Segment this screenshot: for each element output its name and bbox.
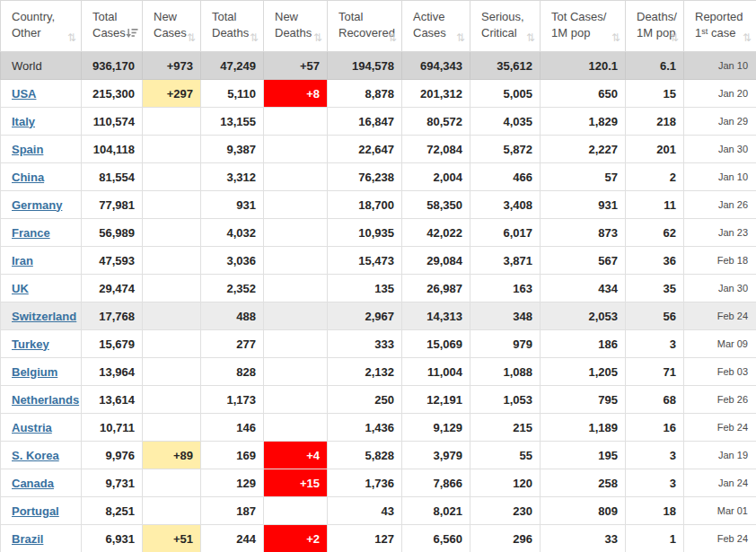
country-link[interactable]: Austria [12,421,52,434]
cell-country: France [1,219,82,247]
sort-icon: ⇅ [743,32,752,43]
cell-tot-cases-1m: 120.1 [541,52,626,80]
cell-total-cases: 936,170 [82,52,143,80]
cell-serious-critical: 296 [470,525,541,552]
cell-reported-first-case: Jan 10 [684,163,756,191]
cell-new-cases [143,247,201,275]
cell-total-deaths: 1,173 [201,386,264,414]
cell-new-cases [143,163,201,191]
cell-reported-first-case: Jan 24 [684,469,756,497]
table-row: UK 29,474 2,352 135 26,987 163 434 35 Ja… [1,275,756,302]
sort-icon: ⇅ [187,32,196,43]
cell-reported-first-case: Feb 18 [684,247,756,275]
cell-total-recovered: 76,238 [328,163,402,191]
cell-total-recovered: 15,473 [328,247,402,275]
cell-total-cases: 104,118 [82,136,143,163]
country-link[interactable]: UK [12,282,29,295]
cell-reported-first-case: Jan 30 [684,136,756,163]
cell-country: Turkey [1,330,82,358]
country-link[interactable]: Turkey [12,337,49,351]
cell-deaths-1m: 16 [626,414,684,442]
cell-total-deaths: 828 [201,358,264,386]
cell-active-cases: 14,313 [402,302,470,330]
cell-total-recovered: 2,967 [328,302,402,330]
cell-new-cases [143,330,201,358]
column-header-reported-first-case[interactable]: Reported 1ˢᵗ case ⇅ [684,1,756,52]
cell-tot-cases-1m: 258 [541,469,626,497]
country-link[interactable]: France [12,226,50,240]
country-link[interactable]: China [12,171,44,184]
country-link[interactable]: Spain [12,143,43,156]
cell-total-recovered: 194,578 [328,52,402,80]
cell-active-cases: 6,560 [402,525,470,552]
cell-total-deaths: 3,312 [201,163,264,191]
table-row: Portugal 8,251 187 43 8,021 230 809 18 M… [1,497,756,525]
country-link[interactable]: Portugal [12,504,59,518]
cell-active-cases: 201,312 [402,80,470,108]
country-link[interactable]: Switzerland [12,310,76,323]
country-link[interactable]: Germany [12,198,62,212]
cell-active-cases: 3,979 [402,442,470,469]
cell-deaths-1m: 68 [626,386,684,414]
cell-active-cases: 9,129 [402,414,470,442]
cell-total-cases: 9,731 [82,469,143,497]
column-header-total-recovered[interactable]: Total Recovered ⇅ [328,1,402,52]
cell-tot-cases-1m: 1,189 [541,414,626,442]
cell-total-cases: 56,989 [82,219,143,247]
column-header-new-cases[interactable]: New Cases ⇅ [143,1,201,52]
country-link[interactable]: Canada [12,477,54,490]
coronavirus-stats-page: Country, Other ⇅ Total Cases ⇅ New Cases [0,0,756,552]
cell-deaths-1m: 3 [626,469,684,497]
column-header-deaths-1m[interactable]: Deaths/ 1M pop ⇅ [626,1,684,52]
cell-deaths-1m: 36 [626,247,684,275]
cell-new-cases [143,219,201,247]
cell-deaths-1m: 56 [626,302,684,330]
cell-deaths-1m: 11 [626,191,684,219]
cell-new-deaths [264,136,328,163]
cell-reported-first-case: Feb 03 [684,358,756,386]
country-link[interactable]: S. Korea [12,449,59,462]
column-header-tot-cases-1m[interactable]: Tot Cases/ 1M pop ⇅ [541,1,626,52]
cell-total-deaths: 129 [201,469,264,497]
cell-total-deaths: 9,387 [201,136,264,163]
cell-active-cases: 694,343 [402,52,470,80]
cell-total-cases: 29,474 [82,275,143,302]
country-link[interactable]: Netherlands [12,393,79,407]
cell-reported-first-case: Jan 19 [684,442,756,469]
cell-tot-cases-1m: 567 [541,247,626,275]
cell-total-recovered: 8,878 [328,80,402,108]
country-link[interactable]: Iran [12,254,33,267]
cell-tot-cases-1m: 2,227 [541,136,626,163]
cell-serious-critical: 55 [470,442,541,469]
cell-total-cases: 47,593 [82,247,143,275]
cell-new-cases [143,302,201,330]
column-header-new-deaths[interactable]: New Deaths ⇅ [264,1,328,52]
cell-total-deaths: 169 [201,442,264,469]
cell-country: S. Korea [1,442,82,469]
cell-total-recovered: 135 [328,275,402,302]
column-label: Country, Other [12,9,75,41]
column-header-total-deaths[interactable]: Total Deaths ⇅ [201,1,264,52]
cell-tot-cases-1m: 650 [541,80,626,108]
column-header-serious-critical[interactable]: Serious, Critical ⇅ [470,1,541,52]
cell-new-cases: +89 [143,442,201,469]
cell-active-cases: 2,004 [402,163,470,191]
cell-tot-cases-1m: 795 [541,386,626,414]
column-header-country[interactable]: Country, Other ⇅ [1,1,82,52]
cell-new-cases [143,497,201,525]
country-link[interactable]: Belgium [12,365,57,379]
country-link[interactable]: USA [12,87,36,101]
cell-total-deaths: 47,249 [201,52,264,80]
table-row: World 936,170 +973 47,249 +57 194,578 69… [1,52,756,80]
table-row: France 56,989 4,032 10,935 42,022 6,017 … [1,219,756,247]
cell-total-recovered: 18,700 [328,191,402,219]
country-link[interactable]: Italy [12,115,35,128]
cell-reported-first-case: Jan 20 [684,80,756,108]
cell-total-deaths: 277 [201,330,264,358]
country-link[interactable]: Brazil [12,532,43,546]
cell-reported-first-case: Jan 10 [684,52,756,80]
cell-total-deaths: 13,155 [201,108,264,136]
cell-total-cases: 17,768 [82,302,143,330]
column-header-active-cases[interactable]: Active Cases ⇅ [402,1,470,52]
column-header-total-cases[interactable]: Total Cases ⇅ [82,1,143,52]
